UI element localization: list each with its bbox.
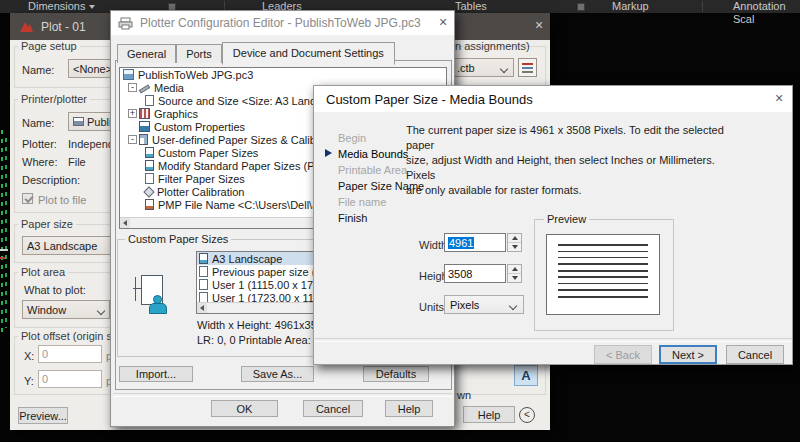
- height-stepper[interactable]: [507, 264, 522, 283]
- tab[interactable]: Ports: [176, 44, 222, 63]
- what-to-plot-combobox[interactable]: Window: [22, 300, 110, 319]
- printer-name-label: Name:: [22, 117, 54, 129]
- pce-titlebar[interactable]: Plotter Configuration Editor - PublishTo…: [111, 11, 454, 35]
- pmp-file-icon: [145, 199, 154, 210]
- paper-item-icon: [199, 253, 208, 264]
- pen-assignments-label-fragment: n assignments): [455, 40, 530, 52]
- ribbon-panel-annotation-scale[interactable]: Annotation Scal: [733, 0, 800, 26]
- ribbon-panel-dimensions[interactable]: Dimensions: [28, 0, 95, 13]
- custom-paper-size-illustration-icon: [133, 273, 169, 313]
- ribbon-separator: [702, 1, 703, 12]
- next-button[interactable]: Next >: [659, 345, 717, 364]
- save-as-button[interactable]: Save As...: [241, 366, 314, 382]
- width-input[interactable]: 4961: [444, 233, 506, 252]
- filter-paper-sizes-icon: [145, 173, 154, 184]
- current-step-arrow-icon: [325, 149, 332, 157]
- paper-item-icon: [199, 266, 208, 277]
- ok-button[interactable]: OK: [211, 400, 278, 417]
- plot-help-button[interactable]: Help: [463, 406, 515, 423]
- chevron-down-icon: [97, 307, 105, 315]
- wizard-title: Custom Paper Size - Media Bounds: [326, 92, 533, 107]
- expand-toggle-icon[interactable]: +: [128, 109, 137, 118]
- custom-paper-sizes-icon: [145, 147, 154, 158]
- drawing-line-green: [5, 138, 7, 328]
- ribbon-panel-markup[interactable]: Markup: [612, 0, 649, 13]
- wizard-description: The current paper size is 4961 x 3508 Pi…: [406, 123, 738, 198]
- panel-launcher-icon[interactable]: [577, 3, 585, 11]
- expand-toggle-icon[interactable]: -: [128, 135, 137, 144]
- step-printable-area: Printable Area: [338, 164, 407, 176]
- width-stepper[interactable]: [507, 233, 522, 252]
- printer-plotter-group-label: Printer/plotter: [18, 93, 90, 105]
- wizard-cancel-button[interactable]: Cancel: [726, 345, 784, 364]
- user-defined-icon: [139, 134, 148, 145]
- drawing-tick-red: [0, 257, 5, 259]
- page-setup-name-label: Name:: [22, 64, 54, 76]
- units-combobox[interactable]: Pixels: [444, 295, 524, 314]
- what-to-plot-label: What to plot:: [24, 284, 86, 296]
- offset-x-label: X:: [24, 350, 34, 362]
- paper-size-group-label: Paper size: [18, 218, 76, 230]
- offset-x-input: 0: [38, 345, 102, 363]
- expand-toggle-icon[interactable]: -: [128, 83, 137, 92]
- spin-up-icon: [508, 265, 521, 274]
- spin-down-icon: [508, 243, 521, 251]
- back-button: < Back: [594, 345, 652, 364]
- preview-button[interactable]: Preview...: [18, 407, 68, 424]
- plot-to-file-checkbox: [22, 193, 33, 204]
- size-readout: Width x Height: 4961x3508: [197, 319, 329, 331]
- ribbon-panel-tables[interactable]: Tables: [455, 0, 487, 13]
- pc3-file-icon: [123, 69, 134, 80]
- chevron-down-icon: [509, 302, 517, 310]
- autocad-screen: Dimensions Leaders Tables Markup Annotat…: [0, 0, 800, 442]
- chevron-down-icon: [89, 5, 95, 9]
- defaults-button[interactable]: Defaults: [363, 366, 429, 382]
- step-file-name: File name: [338, 196, 386, 208]
- plotter-label: Plotter:: [22, 138, 57, 150]
- tab[interactable]: General: [117, 44, 176, 63]
- pce-title: Plotter Configuration Editor - PublishTo…: [140, 16, 421, 30]
- offset-y-label: Y:: [24, 375, 34, 387]
- plot-to-file-label: Plot to file: [38, 194, 86, 206]
- height-input[interactable]: 3508: [444, 264, 506, 283]
- media-icon: [139, 84, 150, 93]
- separator: [315, 338, 792, 342]
- printer-icon: [73, 117, 84, 126]
- plotter-value: Independ: [68, 138, 114, 150]
- plot-icon: [18, 20, 34, 34]
- scroll-left-icon[interactable]: [120, 218, 130, 228]
- where-label: Where:: [22, 156, 57, 168]
- drawing-line-green: [1, 130, 3, 335]
- tree-item[interactable]: PublishToWeb JPG.pc3: [120, 68, 446, 81]
- graphics-icon: [139, 108, 150, 119]
- close-icon[interactable]: ×: [531, 18, 547, 34]
- pce-tabs: GeneralPortsDevice and Document Settings: [117, 40, 395, 63]
- collapse-options-button[interactable]: <: [519, 407, 535, 423]
- cancel-button[interactable]: Cancel: [303, 400, 363, 417]
- step-begin: Begin: [338, 132, 366, 144]
- step-finish[interactable]: Finish: [338, 212, 367, 224]
- source-size-page-icon: [145, 95, 154, 106]
- import-button[interactable]: Import...: [119, 366, 193, 382]
- close-icon[interactable]: ×: [435, 15, 451, 31]
- plot-area-group-label: Plot area: [18, 266, 68, 278]
- custom-properties-icon: [139, 121, 150, 132]
- help-button[interactable]: Help: [385, 400, 433, 417]
- edit-plot-style-button[interactable]: [518, 58, 537, 77]
- modify-paper-sizes-icon: [145, 160, 154, 171]
- orientation-landscape-button[interactable]: A: [514, 365, 538, 386]
- wizard-titlebar[interactable]: Custom Paper Size - Media Bounds: [314, 86, 792, 112]
- page-setup-group-label: Page setup: [18, 40, 80, 52]
- description-label: Description:: [22, 174, 80, 186]
- plotter-calibration-icon: [143, 186, 154, 197]
- tab[interactable]: Device and Document Settings: [222, 42, 395, 65]
- check-icon: [24, 194, 33, 203]
- where-value: File: [68, 156, 86, 168]
- close-icon[interactable]: ×: [771, 91, 787, 107]
- units-label: Units: [419, 301, 444, 313]
- selected-text: 4961: [448, 237, 474, 249]
- scroll-left-icon[interactable]: [197, 303, 207, 313]
- custom-paper-size-wizard: Custom Paper Size - Media Bounds × Begin…: [313, 85, 793, 365]
- drawing-tick-white: [0, 249, 8, 251]
- step-media-bounds[interactable]: Media Bounds: [338, 148, 408, 160]
